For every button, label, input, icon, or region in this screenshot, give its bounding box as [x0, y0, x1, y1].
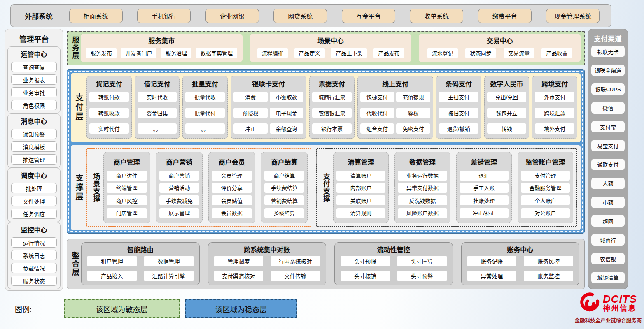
management-item-button[interactable]: 负载情况	[11, 263, 57, 273]
support-item-button[interactable]: 业务运行数据	[398, 171, 447, 181]
support-item-button[interactable]: 退汇	[460, 171, 509, 181]
support-item-button[interactable]: 挂账处理	[460, 195, 509, 205]
support-item-button[interactable]: 会员储值	[212, 195, 252, 205]
payment-item-button[interactable]: 银行本票	[312, 123, 352, 134]
support-item-button[interactable]: 内部账户	[336, 183, 385, 193]
payment-item-button[interactable]: 转账付款	[89, 92, 129, 102]
payment-item-button[interactable]: 。。	[138, 123, 177, 134]
integration-item-button[interactable]: 支付渠道核对	[214, 271, 264, 281]
management-item-button[interactable]: 业务报表	[11, 74, 57, 85]
support-item-button[interactable]: 展示管理	[159, 208, 200, 218]
payment-channel-button[interactable]: 小额	[591, 197, 625, 208]
support-item-button[interactable]: 商户营销	[159, 171, 200, 181]
external-system-button[interactable]: 企业网银	[205, 9, 259, 23]
service-item-button[interactable]: 服务发布	[86, 48, 117, 58]
payment-item-button[interactable]: 充值提现	[396, 92, 430, 102]
support-item-button[interactable]: 手续费结算	[264, 183, 305, 193]
service-item-button[interactable]: 产品收益	[541, 48, 572, 58]
support-item-button[interactable]: 会员管理	[212, 171, 252, 181]
management-item-button[interactable]: 系统日志	[11, 250, 57, 260]
support-item-button[interactable]: 终端管理	[107, 183, 147, 193]
support-item-button[interactable]: 异常支付数据	[398, 183, 447, 193]
payment-item-button[interactable]: 主扫支付	[439, 92, 478, 102]
support-item-button[interactable]: 个人账户	[521, 195, 570, 205]
integration-item-button[interactable]: 头寸匡算	[397, 256, 447, 266]
payment-channel-button[interactable]: 银联CUPS	[591, 83, 625, 95]
external-system-button[interactable]: 现金管理系统	[546, 9, 600, 23]
payment-channel-button[interactable]: 大额	[591, 178, 625, 189]
external-system-button[interactable]: 互金平台	[342, 9, 395, 23]
payment-channel-button[interactable]: 城商行	[591, 234, 625, 246]
payment-item-button[interactable]: 被扫支付	[439, 108, 478, 118]
payment-item-button[interactable]: 快捷支付	[360, 92, 394, 102]
support-item-button[interactable]: 反洗钱数据	[398, 195, 447, 205]
support-item-button[interactable]: 会员数据	[212, 208, 252, 218]
support-item-button[interactable]: 商户结算	[264, 171, 305, 181]
payment-item-button[interactable]: 小额取款	[270, 92, 304, 102]
payment-item-button[interactable]: 冲正	[233, 123, 268, 134]
integration-item-button[interactable]: 异常处理	[467, 271, 517, 281]
support-item-button[interactable]: 清算规则	[336, 208, 385, 218]
integration-item-button[interactable]: 管理调度	[214, 256, 264, 266]
support-item-button[interactable]: 支付管理	[521, 171, 570, 181]
payment-item-button[interactable]: 转钱	[487, 123, 527, 134]
payment-item-button[interactable]: 消费	[233, 92, 268, 102]
payment-item-button[interactable]: 电子现金	[270, 108, 304, 118]
integration-item-button[interactable]: 产品接入	[87, 271, 137, 281]
payment-item-button[interactable]: 实时代收	[138, 92, 177, 102]
support-item-button[interactable]: 商户风控	[107, 195, 147, 205]
service-item-button[interactable]: 产品发布	[373, 48, 404, 58]
payment-item-button[interactable]: 。。	[185, 123, 225, 134]
payment-item-button[interactable]: 钱包开立	[487, 108, 527, 118]
management-item-button[interactable]: 查询查复	[11, 62, 57, 72]
support-item-button[interactable]: 对公账户	[521, 208, 570, 218]
payment-channel-button[interactable]: 农信银	[591, 253, 625, 264]
support-item-button[interactable]: 营销活动	[159, 183, 200, 193]
management-item-button[interactable]: 文件处理	[11, 196, 57, 206]
management-item-button[interactable]: 服务状态	[11, 276, 57, 286]
management-item-button[interactable]: 消息模板	[11, 141, 57, 152]
payment-channel-button[interactable]: 城银清算	[591, 272, 625, 283]
integration-item-button[interactable]: 租户管理	[87, 256, 137, 266]
support-item-button[interactable]: 营销费结算	[264, 195, 305, 205]
payment-item-button[interactable]: 实时代付	[89, 123, 129, 134]
payment-item-button[interactable]: 外币支付	[535, 92, 574, 102]
payment-channel-button[interactable]: 微信	[591, 102, 625, 114]
integration-item-button[interactable]: 头寸预警	[397, 271, 447, 281]
integration-item-button[interactable]: 数据管理	[144, 256, 194, 266]
payment-item-button[interactable]: 预授权	[233, 108, 268, 118]
payment-channel-button[interactable]: 超网	[591, 215, 625, 227]
payment-item-button[interactable]: 跨境汇款	[535, 108, 574, 118]
service-item-button[interactable]: 数据字典管理	[196, 48, 237, 58]
integration-item-button[interactable]: 头寸核销	[341, 271, 390, 281]
service-item-button[interactable]: 服务治理	[161, 48, 191, 58]
external-system-button[interactable]: 柜面系统	[69, 9, 123, 23]
service-item-button[interactable]: 状态同步	[465, 48, 496, 58]
service-item-button[interactable]: 流水登记	[427, 48, 458, 58]
management-item-button[interactable]: 通知预警	[11, 129, 57, 139]
payment-item-button[interactable]: 组合支付	[360, 123, 394, 134]
payment-item-button[interactable]: 转账收款	[89, 108, 129, 118]
payment-item-button[interactable]: 代收代付	[360, 108, 394, 118]
support-item-button[interactable]: 多级结算	[264, 208, 305, 218]
support-item-button[interactable]: 手工入账	[460, 183, 509, 193]
management-item-button[interactable]: 推送管理	[11, 154, 57, 164]
payment-channel-button[interactable]: 通联支付	[591, 159, 625, 170]
payment-item-button[interactable]: 城商行汇票	[312, 92, 352, 102]
payment-item-button[interactable]: 余额查询	[270, 123, 304, 134]
management-item-button[interactable]: 业务审批	[11, 87, 57, 97]
support-item-button[interactable]: 金融服务管理	[521, 183, 570, 193]
integration-item-button[interactable]: 账务记账	[467, 256, 517, 266]
integration-item-button[interactable]: 行内系统核对	[271, 256, 320, 266]
external-system-button[interactable]: 收单系统	[410, 9, 463, 23]
support-item-button[interactable]: 手续费减免	[159, 195, 200, 205]
management-item-button[interactable]: 批处理	[11, 183, 57, 193]
management-item-button[interactable]: 运行情况	[11, 237, 57, 248]
payment-item-button[interactable]: 兑出/兑回	[487, 92, 527, 102]
external-system-button[interactable]: 缴费平台	[478, 9, 532, 23]
payment-item-button[interactable]: 免密支付	[396, 123, 430, 134]
payment-channel-button[interactable]: 支付宝	[591, 121, 625, 132]
support-item-button[interactable]: 冲正/补正	[460, 208, 509, 218]
payment-item-button[interactable]: 资金归集	[138, 108, 177, 118]
payment-item-button[interactable]: 批量代收	[185, 92, 225, 102]
